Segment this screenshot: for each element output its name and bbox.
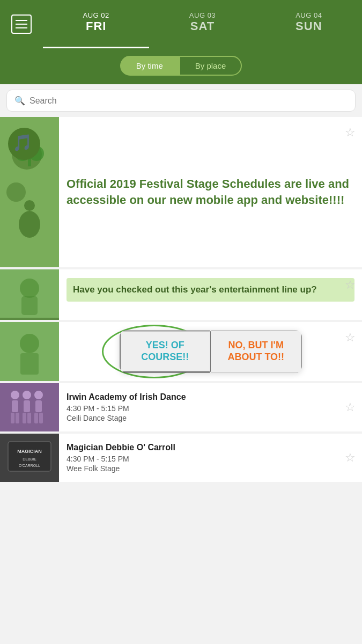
svg-rect-24	[23, 413, 26, 423]
svg-rect-26	[34, 413, 38, 423]
question-content: Have you checked out this year's enterta…	[59, 269, 362, 320]
svg-point-16	[11, 391, 19, 399]
svg-point-5	[29, 146, 44, 161]
fri-date: AUG 02	[83, 11, 109, 19]
poll-no-button[interactable]: NO, BUT I'M ABOUT TO!!	[210, 330, 302, 372]
magician-time: 4:30 PM - 5:15 PM	[67, 455, 354, 463]
search-bar[interactable]: 🔍	[6, 90, 356, 112]
announcement-star[interactable]: ☆	[345, 126, 356, 140]
dance-time: 4:30 PM - 5:15 PM	[67, 404, 354, 413]
search-icon: 🔍	[14, 96, 25, 106]
tab-fri[interactable]: AUG 02 FRI	[43, 0, 149, 48]
svg-point-7	[19, 211, 40, 238]
dance-star[interactable]: ☆	[345, 400, 356, 414]
svg-rect-6	[28, 156, 31, 166]
question-image	[0, 269, 59, 320]
svg-rect-27	[39, 413, 43, 423]
menu-button[interactable]	[0, 0, 43, 48]
magician-star[interactable]: ☆	[345, 451, 356, 465]
svg-rect-23	[16, 413, 19, 423]
dance-stage: Ceili Dance Stage	[67, 414, 354, 422]
question-card: Have you checked out this year's enterta…	[0, 269, 362, 320]
magician-name: Magician Debbie O' Carroll	[67, 443, 354, 452]
svg-rect-20	[24, 400, 30, 412]
day-tabs: AUG 02 FRI AUG 03 SAT AUG 04 SUN	[43, 0, 362, 48]
poll-content: YES! OF COURSE!! NO, BUT I'M ABOUT TO!!	[59, 322, 362, 381]
app-header: AUG 02 FRI AUG 03 SAT AUG 04 SUN	[0, 0, 362, 48]
svg-rect-14	[20, 353, 39, 375]
svg-point-18	[34, 391, 43, 399]
svg-point-10	[20, 279, 39, 298]
svg-rect-21	[35, 400, 42, 412]
by-time-button[interactable]: By time	[120, 56, 179, 76]
svg-text:MAGICIAN: MAGICIAN	[17, 449, 42, 454]
filter-bar: By time By place	[0, 48, 362, 84]
svg-rect-19	[12, 400, 18, 412]
svg-point-17	[23, 391, 31, 399]
search-input[interactable]	[29, 96, 348, 106]
dance-details: Irwin Academy of Irish Dance 4:30 PM - 5…	[59, 383, 362, 431]
sat-date: AUG 03	[189, 11, 216, 19]
sun-weekday: SUN	[295, 19, 322, 33]
svg-point-13	[20, 334, 39, 353]
announcement-card: Official 2019 Festival Stage Schedules a…	[0, 117, 362, 267]
tab-sat[interactable]: AUG 03 SAT	[149, 0, 255, 48]
content-list: Official 2019 Festival Stage Schedules a…	[0, 117, 362, 482]
poll-image	[0, 322, 59, 381]
svg-rect-11	[21, 296, 38, 315]
by-place-button[interactable]: By place	[179, 56, 242, 76]
svg-point-3	[22, 139, 37, 154]
question-star[interactable]: ☆	[345, 278, 356, 292]
event-item-magician: MAGICIAN DEBBIE O'CARROLL Magician Debbi…	[0, 434, 362, 482]
poll-star[interactable]: ☆	[345, 331, 356, 345]
announcement-content: Official 2019 Festival Stage Schedules a…	[59, 117, 362, 267]
sat-weekday: SAT	[190, 19, 215, 33]
announcement-text: Official 2019 Festival Stage Schedules a…	[67, 176, 354, 208]
svg-point-2	[6, 182, 26, 202]
sun-date: AUG 04	[295, 11, 322, 19]
magician-stage: Wee Folk Stage	[67, 464, 354, 473]
magician-image: MAGICIAN DEBBIE O'CARROLL	[0, 434, 59, 482]
event-item-dance: Irwin Academy of Irish Dance 4:30 PM - 5…	[0, 383, 362, 431]
question-text: Have you checked out this year's enterta…	[67, 278, 354, 302]
fri-weekday: FRI	[86, 19, 106, 33]
svg-text:O'CARROLL: O'CARROLL	[19, 464, 40, 467]
poll-yes-button[interactable]: YES! OF COURSE!!	[120, 330, 211, 372]
poll-card: YES! OF COURSE!! NO, BUT I'M ABOUT TO!! …	[0, 322, 362, 381]
tab-sun[interactable]: AUG 04 SUN	[256, 0, 362, 48]
svg-point-8	[24, 200, 35, 211]
dance-image	[0, 383, 59, 431]
hamburger-icon	[11, 14, 32, 34]
dance-name: Irwin Academy of Irish Dance	[67, 392, 354, 402]
svg-rect-22	[11, 413, 14, 423]
svg-text:DEBBIE: DEBBIE	[23, 457, 36, 461]
magician-details: Magician Debbie O' Carroll 4:30 PM - 5:1…	[59, 434, 362, 482]
svg-rect-25	[27, 413, 31, 423]
svg-point-4	[15, 146, 30, 161]
announcement-image	[0, 117, 59, 267]
poll-options: YES! OF COURSE!! NO, BUT I'M ABOUT TO!!	[120, 330, 302, 372]
